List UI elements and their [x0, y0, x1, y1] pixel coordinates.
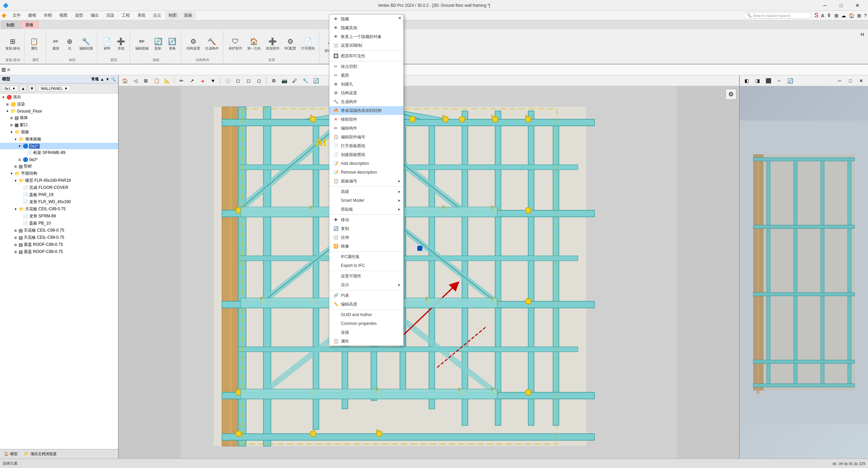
tree-expand-window[interactable]: ⊞ — [9, 123, 14, 127]
tree-item-demo[interactable]: ▼ 🔴 演示 — [0, 94, 118, 101]
tree-item-0e1[interactable]: ▼ 🔵 0e1* — [0, 143, 118, 149]
tree-item-sframe89[interactable]: 📄 桁架 SFRAME-89 — [0, 149, 118, 156]
ctx-trim[interactable]: ✂ 裁剪 — [329, 71, 403, 80]
menu-file[interactable]: 文件 — [9, 12, 24, 20]
ctx-edit-height[interactable]: 📏 编辑高度 — [329, 300, 403, 309]
panel-tab-documents[interactable]: 📂 项目文档浏览器 — [22, 451, 59, 457]
ctx-restore-hidden[interactable]: 👁 恢复上一个隐藏的对象 — [329, 32, 403, 41]
ctx-generate-parts[interactable]: 🔨 生成构件 — [329, 97, 403, 106]
tree-item-wall[interactable]: ⊞ ▤ 墙体 — [0, 114, 118, 121]
vp-btn-box1[interactable]: ◻ — [233, 76, 243, 85]
menu-render[interactable]: 渲染 — [103, 12, 118, 20]
ribbon-tab-panel[interactable]: 面板 — [20, 21, 39, 29]
tree-item-floor[interactable]: ▼ 📁 楼层 FLR-45x190-PAR19 — [0, 177, 118, 184]
tree-item-0e2[interactable]: ⊟ 🔵 0e2* — [0, 156, 118, 163]
tree-item-roof1[interactable]: ⊞ ▤ 屋盖 ROOF-C89-0.75 — [0, 241, 118, 248]
vp-btn-snapdrop[interactable]: ▼ — [208, 76, 218, 85]
tree-item-profile[interactable]: ⊞ ▤ 型材 — [0, 163, 118, 170]
ribbon-btn-editpanel[interactable]: ✏ 编辑面板 — [133, 36, 151, 52]
tree-expand-floor[interactable]: ▼ — [14, 179, 18, 183]
tree-item-render[interactable]: ⊞ 🟡 渲染 — [0, 101, 118, 108]
ribbon-btn-firstpost[interactable]: 🏠 第一立柱 — [245, 36, 263, 52]
tree-item-roof2[interactable]: ⊞ ▤ 屋盖 ROOF-C89-0.75 — [0, 248, 118, 255]
panel-dropdown2[interactable]: WALLPANEL ▼ — [38, 86, 70, 91]
right-panel-close[interactable]: ✕ — [856, 76, 866, 85]
ctx-cut-pts[interactable]: ✂ 按点切割 — [329, 62, 403, 71]
vp-btn-filter[interactable]: ⚙ — [269, 76, 278, 85]
close-button[interactable]: ✕ — [850, 1, 865, 10]
secondary-icon2[interactable]: = — [7, 67, 10, 73]
search-bar[interactable]: 🔍 Search (space=space) — [744, 12, 812, 19]
tree-expand-floorplan[interactable]: ▼ — [9, 172, 14, 176]
minimize-button[interactable]: ─ — [817, 1, 833, 10]
ribbon-btn-material[interactable]: 📄 材料 — [101, 36, 114, 52]
ribbon-collapse-btn[interactable]: H — [858, 31, 867, 63]
ctx-render-show[interactable]: 渲示 — [329, 280, 403, 289]
ribbon-btn-hole[interactable]: ⊕ 孔 — [63, 36, 76, 52]
tree-item-floorcover[interactable]: 📄 完成 FLOOR-COVER — [0, 184, 118, 191]
ribbon-btn-structsettings[interactable]: ⚙ 结构设置 — [185, 36, 202, 52]
tree-expand-panel[interactable]: ▼ — [9, 130, 14, 134]
tree-item-floorplan[interactable]: ▼ 📁 平面结构 — [0, 170, 118, 177]
ribbon-btn-update[interactable]: 🔄 更新· — [152, 36, 165, 52]
right-vp-btn1[interactable]: ◧ — [742, 76, 751, 85]
ctx-guid-author[interactable]: GUID and Author — [329, 310, 403, 319]
menu-select[interactable]: 选型 — [72, 12, 86, 20]
tree-item-ceil1[interactable]: ▼ 📁 天花板 CEIL-C89-0.75 — [0, 206, 118, 213]
ctx-add-description[interactable]: 📝 Add description — [329, 159, 403, 168]
ctx-clipboard[interactable]: 剪贴板 — [329, 205, 403, 214]
panel-nav-up[interactable]: ▲ — [19, 85, 27, 92]
right-vp-btn2[interactable]: ◨ — [753, 76, 762, 85]
tree-expand-ceil1[interactable]: ▼ — [14, 207, 18, 211]
menu-archive[interactable]: 存档 — [40, 12, 55, 20]
ribbon-btn-editcontour[interactable]: 🔧 编辑轮廓 — [77, 36, 95, 52]
viewport-canvas[interactable]: At — [119, 86, 739, 459]
ribbon-btn-add[interactable]: ➕ 添加 — [115, 36, 128, 52]
vp-btn-snap[interactable]: 🔺 — [198, 76, 207, 85]
panel-search-btn[interactable]: 🔍 — [111, 77, 116, 82]
tree-expand-0e2[interactable]: ⊟ — [18, 158, 22, 162]
ctx-set3d[interactable]: ⬜ 设置3D限制 — [329, 41, 403, 50]
tree-expand-ceil2[interactable]: ⊞ — [14, 229, 18, 233]
ctx-create-hole[interactable]: ⊕ 创建孔 — [329, 80, 403, 89]
vp-btn-wrench[interactable]: 🔧 — [301, 76, 310, 85]
tree-item-cover[interactable]: 📄 盖板 PAR_19 — [0, 191, 118, 198]
ctx-advanced[interactable]: 高级 — [329, 187, 403, 196]
ctx-remove-description[interactable]: 📝 Remove description — [329, 168, 403, 177]
ctx-add-insulation[interactable]: 🔥 将保温隔热添加到结构 — [329, 106, 403, 115]
ctx-hide-others[interactable]: 👁 隐藏其他 — [329, 23, 403, 32]
panel-tab-model[interactable]: 🏠 模型 — [2, 451, 20, 457]
vp-btn-cursor[interactable]: ✏ — [177, 76, 186, 85]
ctx-edit-partnumber[interactable]: 📋 编辑部件编号 — [329, 133, 403, 141]
mic-icon[interactable]: 🎙 — [827, 13, 832, 18]
menu-view[interactable]: 视图 — [56, 12, 71, 20]
ctx-copy[interactable]: 🔄 复制 — [329, 224, 403, 233]
menu-panel[interactable]: 面板 — [181, 12, 196, 20]
ribbon-btn-nc[interactable]: ⚙ NC配置 — [283, 36, 298, 52]
vp-btn-refresh[interactable]: 🔄 — [311, 76, 321, 85]
ribbon-btn-drawing[interactable]: 📄 打开图纸 — [299, 36, 317, 52]
tree-expand-wall[interactable]: ⊞ — [9, 116, 14, 120]
ctx-stretch[interactable]: ⬜ 拉伸 — [329, 233, 403, 242]
vp-btn-grid[interactable]: ⊞ — [141, 76, 151, 85]
help-icon[interactable]: ? — [864, 13, 867, 18]
ctx-ifc-props[interactable]: IFC属性集 — [329, 252, 403, 261]
secondary-icon1[interactable]: ⊞ — [1, 66, 6, 73]
menu-project[interactable]: 工程 — [118, 12, 133, 20]
right-vp-btn5[interactable]: 🔄 — [785, 76, 795, 85]
ctx-layers[interactable]: 🔲 图层和可见性 — [329, 52, 403, 60]
menu-pointcloud[interactable]: 点云 — [150, 12, 165, 20]
ribbon-btn-cut[interactable]: ✂ 裁剪 — [50, 36, 62, 52]
vp-btn-layer[interactable]: 📋 — [152, 76, 161, 85]
tree-expand-demo[interactable]: ▼ — [1, 95, 5, 99]
tree-expand-wallpanel[interactable]: ▼ — [14, 137, 18, 141]
vp-btn-camera[interactable]: 📷 — [279, 76, 289, 85]
panel-down-btn[interactable]: ▼ — [105, 77, 110, 82]
menu-output[interactable]: 编出 — [87, 12, 102, 20]
ctx-create-drawing[interactable]: 📄 创建面板图纸 — [329, 150, 403, 159]
tree-item-ribsfrm[interactable]: 📄 龙骨 SFRM-89 — [0, 213, 118, 220]
ribbon-tab-drawing[interactable]: 制图 — [1, 21, 20, 29]
tree-expand-ceil3[interactable]: ⊞ — [14, 236, 18, 240]
ribbon-btn-generate[interactable]: 🔨 生成构件 — [203, 36, 221, 52]
right-panel-canvas[interactable] — [740, 86, 868, 459]
